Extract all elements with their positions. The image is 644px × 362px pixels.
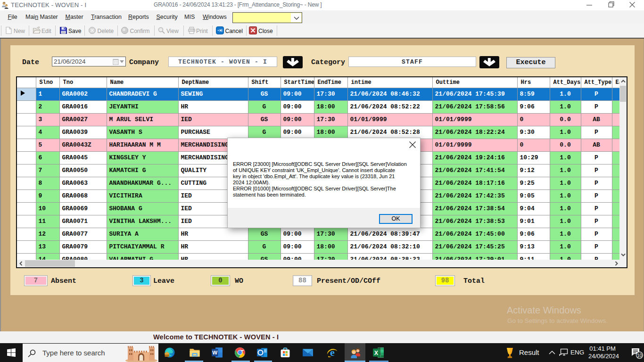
svg-text:X: X xyxy=(374,350,379,356)
svg-text:e: e xyxy=(330,347,335,358)
svg-text:W: W xyxy=(212,350,217,355)
svg-text:10: 10 xyxy=(637,353,643,358)
